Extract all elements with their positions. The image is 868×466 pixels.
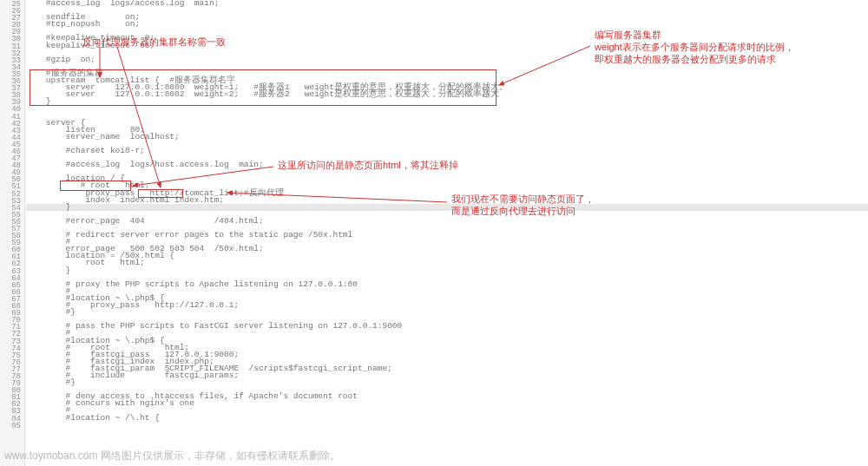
- code-line[interactable]: # pass the PHP scripts to FastCGI server…: [26, 323, 868, 330]
- watermark-text: www.toymoban.com 网络图片仅供展示，非存储，如有侵权请联系删除。: [4, 449, 340, 463]
- line-number: 85: [0, 423, 24, 430]
- code-line[interactable]: [26, 113, 868, 120]
- code-line[interactable]: [26, 168, 868, 175]
- code-line[interactable]: [26, 49, 868, 56]
- code-line[interactable]: [26, 63, 868, 70]
- code-line[interactable]: #}: [26, 379, 868, 386]
- code-line[interactable]: # concurs with nginx's one: [26, 400, 868, 407]
- code-line[interactable]: #}: [26, 309, 868, 316]
- code-line[interactable]: sendfile on;: [26, 14, 868, 21]
- code-line[interactable]: # proxy the PHP scripts to Apache listen…: [26, 281, 868, 288]
- code-line[interactable]: }: [26, 98, 868, 105]
- code-line[interactable]: location / {: [26, 175, 868, 182]
- code-line[interactable]: # proxy_pass http://127.0.0.1;: [26, 302, 868, 309]
- code-line[interactable]: # redirect server error pages to the sta…: [26, 232, 868, 239]
- code-line[interactable]: #location ~ /\.ht {: [26, 415, 868, 422]
- code-line[interactable]: #tcp_nopush on;: [26, 21, 868, 28]
- code-line[interactable]: [26, 105, 868, 112]
- code-line[interactable]: [26, 141, 868, 148]
- code-line[interactable]: }: [26, 267, 868, 274]
- code-line[interactable]: index index.html index.htm;: [26, 197, 868, 204]
- code-line[interactable]: root html;: [26, 259, 868, 266]
- code-line[interactable]: [26, 7, 868, 14]
- code-line[interactable]: #gzip on;: [26, 56, 868, 63]
- code-line[interactable]: #access_log logs/access.log main;: [26, 0, 868, 7]
- code-line[interactable]: keepalive_timeout 65;: [26, 43, 868, 49]
- code-line[interactable]: }: [26, 204, 868, 211]
- code-line[interactable]: #error_page 404 /404.html;: [26, 218, 868, 225]
- code-line[interactable]: [26, 422, 868, 429]
- code-line[interactable]: location = /50x.html {: [26, 253, 868, 259]
- code-editor-area[interactable]: #access_log logs/access.log main; sendfi…: [26, 0, 868, 429]
- code-line[interactable]: #access_log logs/host.access.log main;: [26, 161, 868, 168]
- line-number-gutter: 2526272829303132333435363738394041424344…: [0, 0, 25, 466]
- code-line[interactable]: server 127.0.0.1:8082 weight=2; #服务器2 we…: [26, 91, 868, 98]
- code-line[interactable]: server {: [26, 120, 868, 127]
- code-line[interactable]: # include fastcgi_params;: [26, 372, 868, 379]
- code-line[interactable]: #charset koi8-r;: [26, 148, 868, 154]
- code-line[interactable]: server_name localhost;: [26, 134, 868, 141]
